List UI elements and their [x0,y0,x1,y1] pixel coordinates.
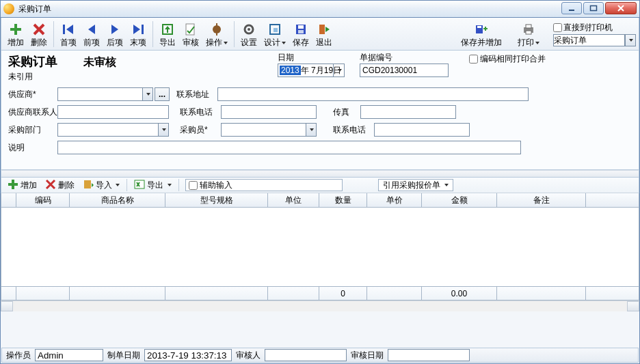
aux-input-checkbox[interactable]: 辅助输入 [185,179,343,191]
date-dropdown-icon[interactable] [333,64,344,76]
toolbar-design-label: 设计 [264,37,286,48]
aux-input-check[interactable] [189,181,198,190]
dept-combo[interactable] [57,123,169,137]
grid-h-scrollbar[interactable] [1,300,639,311]
docno-label: 单据编号 [360,52,462,64]
toolbar-save-and-add[interactable]: 保存并增加 [457,20,505,48]
toolbar-save[interactable]: 保存 [289,18,312,50]
toolbar-export-label: 导出 [159,37,176,48]
toolbar-ops[interactable]: 操作 [202,18,231,50]
toolbar-print-label: 打印 [518,37,539,48]
toolbar-last[interactable]: 末项 [126,18,150,50]
direct-printer-input[interactable] [553,23,562,32]
fax-input[interactable] [360,105,456,119]
toolbar-next[interactable]: 后项 [103,18,126,50]
col-qty[interactable]: 数量 [319,193,367,207]
close-button[interactable] [605,2,637,14]
splitter[interactable] [1,170,639,177]
grid-export-button[interactable]: 导出 [131,178,174,193]
merge-print-input[interactable] [469,55,478,64]
fax-label: 传真 [333,107,360,118]
buyer-combo[interactable] [221,123,317,137]
svg-rect-4 [63,25,65,34]
supplier-lookup-button[interactable]: ... [155,87,170,101]
tel2-input[interactable] [374,123,470,137]
svg-rect-34 [84,180,91,188]
col-amount[interactable]: 金额 [422,193,497,207]
sum-qty: 0 [319,287,367,300]
toolbar-exit-label: 退出 [316,37,332,48]
last-icon [131,22,145,37]
col-unit[interactable]: 单位 [268,193,319,207]
auditor-field[interactable] [265,349,347,361]
merge-print-label: 编码相同打印合并 [480,53,546,65]
print-template-dropdown[interactable] [625,34,636,46]
svg-rect-9 [142,25,144,34]
tel-input[interactable] [221,105,317,119]
toolbar-export[interactable]: 导出 [156,18,179,50]
svg-marker-5 [66,25,73,34]
grid-export-label: 导出 [147,180,171,191]
svg-rect-23 [319,25,325,34]
contact-input[interactable] [57,105,169,119]
svg-rect-21 [298,25,304,29]
print-template-select[interactable] [553,34,625,46]
grid-delete-label: 删除 [58,180,75,191]
row-selector-header[interactable] [1,193,16,207]
toolbar-audit[interactable]: 审核 [179,18,202,50]
desc-input[interactable] [57,141,521,154]
quote-reference-button[interactable]: 引用采购报价单 [378,179,453,191]
grid-add-button[interactable]: 增加 [4,178,40,193]
created-field[interactable] [144,349,232,361]
grid-body[interactable] [1,208,639,286]
toolbar-design[interactable]: 设计 [261,18,289,50]
next-icon [108,22,122,37]
form-area: 供应商* ... 联系地址 供应商联系人 联系电话 传真 采购部门 采购员* 联… [1,82,639,170]
toolbar-exit[interactable]: 退出 [312,18,336,50]
supplier-dropdown[interactable] [142,87,153,101]
dept-input[interactable] [57,123,158,137]
prev-icon [85,22,98,37]
dept-dropdown[interactable] [158,123,169,137]
audit-date-field[interactable] [388,349,470,361]
toolbar-first[interactable]: 首项 [57,18,80,50]
toolbar-settings[interactable]: 设置 [237,18,261,50]
titlebar: 采购订单 [0,0,640,18]
address-input[interactable] [217,87,529,101]
supplier-combo[interactable] [57,87,153,101]
x-icon [45,179,56,192]
gear-icon [242,22,256,37]
created-label: 制单日期 [107,350,140,361]
toolbar-settings-label: 设置 [241,37,257,48]
merge-print-checkbox[interactable]: 编码相同打印合并 [469,53,546,65]
direct-printer-checkbox[interactable]: 直接到打印机 [553,22,636,33]
app-icon [3,3,14,14]
toolbar-prev-label: 前项 [83,37,100,48]
date-input[interactable]: 2013 年 7月19日 [278,64,345,77]
grid-import-button[interactable]: 导入 [79,178,123,193]
svg-rect-0 [569,10,574,11]
svg-rect-30 [526,25,531,28]
toolbar-next-label: 后项 [107,37,123,48]
col-price[interactable]: 单价 [367,193,422,207]
col-remark[interactable]: 备注 [497,193,586,207]
col-name[interactable]: 商品名称 [70,193,165,207]
toolbar-delete[interactable]: 删除 [27,18,51,50]
maximize-button[interactable] [583,2,604,14]
buyer-dropdown[interactable] [306,123,317,137]
toolbar-add[interactable]: 增加 [4,18,27,50]
grid-delete-button[interactable]: 删除 [42,178,78,193]
col-spec[interactable]: 型号规格 [165,193,268,207]
minimize-button[interactable] [561,2,582,14]
supplier-input[interactable] [57,87,142,101]
quote-reference-label: 引用采购报价单 [383,180,440,191]
docno-input[interactable]: CGD20130001 [360,64,449,77]
chevron-down-icon [444,184,449,186]
toolbar-print[interactable]: 打印 [514,20,543,48]
svg-point-13 [213,25,221,33]
toolbar-prev[interactable]: 前项 [80,18,103,50]
buyer-input[interactable] [221,123,306,137]
col-code[interactable]: 编码 [16,193,70,207]
items-grid: 编码 商品名称 型号规格 单位 数量 单价 金额 备注 0 0.00 [1,193,639,300]
operator-field[interactable] [35,349,103,361]
